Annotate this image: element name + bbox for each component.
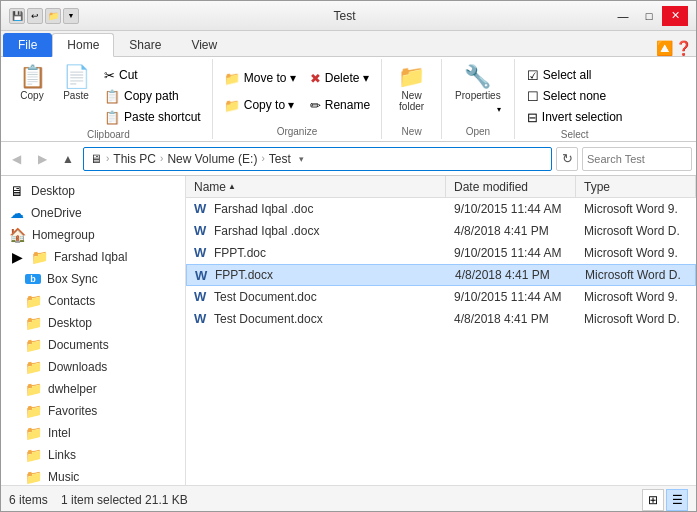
file-row-farshad-docx[interactable]: W Farshad Iqbal .docx 4/8/2018 4:41 PM M… bbox=[186, 220, 696, 242]
sidebar-item-farshad[interactable]: ▶ 📁 Farshad Iqbal bbox=[1, 246, 185, 268]
new-folder-button[interactable]: 📁 Newfolder bbox=[391, 61, 433, 121]
tab-view[interactable]: View bbox=[176, 32, 232, 56]
select-none-button[interactable]: ☐ Select none bbox=[522, 86, 628, 106]
col-header-type[interactable]: Type bbox=[576, 176, 696, 197]
sidebar-item-desktop-top[interactable]: 🖥 Desktop bbox=[1, 180, 185, 202]
tab-share[interactable]: Share bbox=[114, 32, 176, 56]
maximize-button[interactable]: □ bbox=[636, 6, 662, 26]
copy-label: Copy bbox=[20, 90, 43, 101]
tab-file[interactable]: File bbox=[3, 33, 52, 57]
quick-access-icon-2[interactable]: ↩ bbox=[27, 8, 43, 24]
word-icon-test-docx: W bbox=[194, 311, 208, 326]
sidebar-item-desktop-label: Desktop bbox=[48, 316, 92, 330]
close-button[interactable]: ✕ bbox=[662, 6, 688, 26]
clipboard-content: 📋 Copy 📄 Paste ✂ Cut 📋 Copy path 📋 Past bbox=[11, 61, 206, 127]
quick-access-dropdown[interactable]: ▼ bbox=[63, 8, 79, 24]
breadcrumb-computer: 🖥 bbox=[90, 152, 102, 166]
ribbon-group-clipboard: 📋 Copy 📄 Paste ✂ Cut 📋 Copy path 📋 Past bbox=[5, 59, 213, 139]
file-date-test-docx: 4/8/2018 4:41 PM bbox=[446, 310, 576, 328]
organize-content: 📁 Move to ▾ 📁 Copy to ▾ ✖ Delete ▾ ✏ Ren… bbox=[219, 61, 375, 124]
clipboard-label: Clipboard bbox=[87, 129, 130, 140]
refresh-button[interactable]: ↻ bbox=[556, 147, 578, 171]
cut-button[interactable]: ✂ Cut bbox=[99, 65, 206, 85]
sidebar-item-desktop-top-label: Desktop bbox=[31, 184, 75, 198]
forward-button[interactable]: ▶ bbox=[31, 148, 53, 170]
select-content: ☑ Select all ☐ Select none ⊟ Invert sele… bbox=[522, 61, 628, 127]
file-name-fppt-doc: W FPPT.doc bbox=[186, 243, 446, 262]
select-none-icon: ☐ bbox=[527, 89, 539, 104]
sidebar-item-documents[interactable]: 📁 Documents bbox=[1, 334, 185, 356]
search-box[interactable]: 🔍 bbox=[582, 147, 692, 171]
sidebar-item-downloads[interactable]: 📁 Downloads bbox=[1, 356, 185, 378]
quick-access-icon-3[interactable]: 📁 bbox=[45, 8, 61, 24]
view-grid-button[interactable]: ⊞ bbox=[642, 489, 664, 511]
file-row-fppt-docx[interactable]: W FPPT.docx 4/8/2018 4:41 PM Microsoft W… bbox=[186, 264, 696, 286]
col-header-date[interactable]: Date modified bbox=[446, 176, 576, 197]
file-type-farshad-doc: Microsoft Word 9. bbox=[576, 200, 696, 218]
back-button[interactable]: ◀ bbox=[5, 148, 27, 170]
sidebar-item-desktop[interactable]: 📁 Desktop bbox=[1, 312, 185, 334]
sidebar-item-dwhelper[interactable]: 📁 dwhelper bbox=[1, 378, 185, 400]
help-up-icon[interactable]: 🔼 bbox=[656, 40, 673, 56]
copy-button[interactable]: 📋 Copy bbox=[11, 61, 53, 121]
sidebar-item-contacts[interactable]: 📁 Contacts bbox=[1, 290, 185, 312]
filename-farshad-docx: Farshad Iqbal .docx bbox=[214, 224, 319, 238]
view-list-button[interactable]: ☰ bbox=[666, 489, 688, 511]
file-type-fppt-doc: Microsoft Word 9. bbox=[576, 244, 696, 262]
search-input[interactable] bbox=[587, 153, 697, 165]
invert-icon: ⊟ bbox=[527, 110, 538, 125]
rename-icon: ✏ bbox=[310, 98, 321, 113]
title-bar: 💾 ↩ 📁 ▼ Test — □ ✕ bbox=[1, 1, 696, 31]
desktop-top-icon: 🖥 bbox=[9, 183, 25, 199]
rename-button[interactable]: ✏ Rename bbox=[305, 92, 375, 118]
col-date-label: Date modified bbox=[454, 180, 528, 194]
file-date-farshad-doc: 9/10/2015 11:44 AM bbox=[446, 200, 576, 218]
select-all-button[interactable]: ☑ Select all bbox=[522, 65, 628, 85]
minimize-button[interactable]: — bbox=[610, 6, 636, 26]
help-icon[interactable]: ❓ bbox=[675, 40, 692, 56]
sidebar-item-box-sync[interactable]: b Box Sync bbox=[1, 268, 185, 290]
sep-1: › bbox=[106, 153, 109, 164]
sidebar-item-music[interactable]: 📁 Music bbox=[1, 466, 185, 485]
file-row-farshad-doc[interactable]: W Farshad Iqbal .doc 9/10/2015 11:44 AM … bbox=[186, 198, 696, 220]
intel-icon: 📁 bbox=[25, 425, 42, 441]
sidebar-item-homegroup[interactable]: 🏠 Homegroup bbox=[1, 224, 185, 246]
col-header-name[interactable]: Name ▲ bbox=[186, 176, 446, 197]
quick-access-icon-1[interactable]: 💾 bbox=[9, 8, 25, 24]
file-list-area: Name ▲ Date modified Type W Farshad Iqba… bbox=[186, 176, 696, 485]
title-bar-left: 💾 ↩ 📁 ▼ bbox=[9, 8, 79, 24]
file-row-fppt-doc[interactable]: W FPPT.doc 9/10/2015 11:44 AM Microsoft … bbox=[186, 242, 696, 264]
copy-to-button[interactable]: 📁 Copy to ▾ bbox=[219, 92, 301, 118]
word-icon-test-doc: W bbox=[194, 289, 208, 304]
file-row-test-doc[interactable]: W Test Document.doc 9/10/2015 11:44 AM M… bbox=[186, 286, 696, 308]
paste-icon: 📄 bbox=[63, 66, 90, 88]
sidebar-item-box-sync-label: Box Sync bbox=[47, 272, 98, 286]
copy-path-button[interactable]: 📋 Copy path bbox=[99, 86, 206, 106]
sidebar-item-onedrive[interactable]: ☁ OneDrive bbox=[1, 202, 185, 224]
view-toggle: ⊞ ☰ bbox=[642, 489, 688, 511]
sidebar-item-favorites[interactable]: 📁 Favorites bbox=[1, 400, 185, 422]
delete-button[interactable]: ✖ Delete ▾ bbox=[305, 65, 375, 91]
file-type-test-docx: Microsoft Word D. bbox=[576, 310, 696, 328]
window-controls: — □ ✕ bbox=[610, 6, 688, 26]
nav-bar: ◀ ▶ ▲ 🖥 › This PC › New Volume (E:) › Te… bbox=[1, 142, 696, 176]
file-row-test-docx[interactable]: W Test Document.docx 4/8/2018 4:41 PM Mi… bbox=[186, 308, 696, 330]
onedrive-icon: ☁ bbox=[9, 205, 25, 221]
up-button[interactable]: ▲ bbox=[57, 148, 79, 170]
select-all-label: Select all bbox=[543, 68, 592, 82]
address-dropdown-arrow[interactable]: ▾ bbox=[299, 154, 304, 164]
paste-shortcut-button[interactable]: 📋 Paste shortcut bbox=[99, 107, 206, 127]
sidebar-item-downloads-label: Downloads bbox=[48, 360, 107, 374]
properties-button[interactable]: 🔧 Properties ▾ bbox=[448, 61, 508, 121]
move-to-button[interactable]: 📁 Move to ▾ bbox=[219, 65, 301, 91]
sidebar-item-intel[interactable]: 📁 Intel bbox=[1, 422, 185, 444]
select-buttons: ☑ Select all ☐ Select none ⊟ Invert sele… bbox=[522, 61, 628, 127]
tab-home[interactable]: Home bbox=[52, 33, 114, 57]
status-text: 6 items 1 item selected 21.1 KB bbox=[9, 493, 188, 507]
sidebar-item-links[interactable]: 📁 Links bbox=[1, 444, 185, 466]
address-bar[interactable]: 🖥 › This PC › New Volume (E:) › Test ▾ bbox=[83, 147, 552, 171]
farshad-icon: ▶ bbox=[9, 249, 25, 265]
paste-button[interactable]: 📄 Paste bbox=[55, 61, 97, 121]
invert-selection-button[interactable]: ⊟ Invert selection bbox=[522, 107, 628, 127]
delete-label: Delete ▾ bbox=[325, 71, 369, 85]
